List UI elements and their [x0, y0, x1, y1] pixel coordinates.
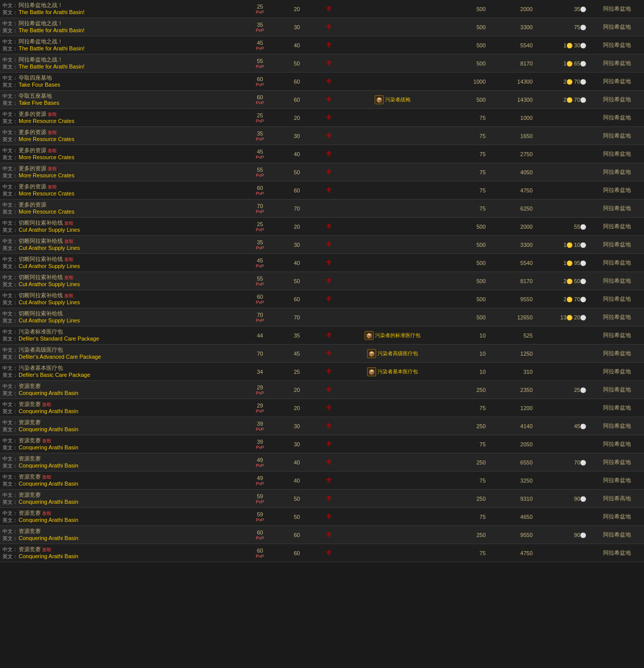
quest-faction: ⚜ [315, 0, 342, 18]
quest-req-level: 50 [278, 163, 315, 181]
quest-name-cell: 中文：阿拉希盆地之战！ 英文：The Battle for Arathi Bas… [0, 0, 242, 18]
quest-reward-item: 📦污染者高级医疗包 [342, 345, 443, 363]
horde-icon: ⚜ [325, 476, 332, 485]
quest-req-level: 60 [278, 544, 315, 562]
quest-reward-item [342, 109, 443, 127]
quest-level: 45PvP [242, 145, 278, 163]
table-row: 中文：阿拉希盆地之战！ 英文：The Battle for Arathi Bas… [0, 18, 644, 36]
table-row: 中文：更多的资源敌殴 英文：More Resource Crates 25PvP… [0, 109, 644, 127]
quest-money: 1🟡 95⚪ [537, 254, 591, 272]
quest-money: 75⚪ [537, 18, 591, 36]
quest-level: 45PvP [242, 36, 278, 54]
horde-icon: ⚜ [325, 222, 332, 231]
quest-rep: 75 [443, 472, 489, 490]
quest-faction: ⚜ [315, 73, 342, 91]
quest-money: 70⚪ [537, 453, 591, 472]
quest-rep: 75 [443, 109, 489, 127]
quest-faction [315, 199, 342, 218]
quest-name-cell: 中文：阿拉希盆地之战！ 英文：The Battle for Arathi Bas… [0, 36, 242, 54]
quest-xp: 2000 [490, 0, 537, 18]
quest-xp: 2750 [490, 145, 537, 163]
quest-level: 35PvP [242, 127, 278, 145]
quest-req-level: 50 [278, 508, 315, 526]
quest-money [537, 181, 591, 199]
quest-location: 阿拉希盆地 [590, 308, 644, 326]
table-row: 中文：污染者标准医疗包 英文：Defiler's Standard Care P… [0, 326, 644, 345]
quest-faction: ⚜ [315, 236, 342, 254]
quest-rep: 75 [443, 544, 489, 562]
quest-xp: 6250 [490, 199, 537, 218]
quest-money: 2🟡 70⚪ [537, 73, 591, 91]
horde-icon: ⚜ [325, 295, 332, 303]
quest-rep: 500 [443, 254, 489, 272]
quest-location: 阿拉希盆地 [590, 290, 644, 308]
quest-name-cell: 中文：资源竞赛 英文：Conquering Arathi Basin [0, 381, 242, 399]
quest-faction: ⚜ [315, 417, 342, 435]
quest-faction: ⚜ [315, 18, 342, 36]
quest-location: 阿拉希盆地 [590, 73, 644, 91]
quest-rep: 250 [443, 453, 489, 472]
quest-faction: ⚜ [315, 54, 342, 73]
quest-reward-item [342, 544, 443, 562]
table-row: 中文：更多的资源敌殴 英文：More Resource Crates 35PvP… [0, 127, 644, 145]
table-row: 中文：更多的资源敌殴 英文：More Resource Crates 55PvP… [0, 163, 644, 181]
quest-money [537, 435, 591, 453]
quest-money [537, 145, 591, 163]
quest-level: 55PvP [242, 272, 278, 290]
horde-icon: ⚜ [325, 385, 332, 394]
quest-location: 阿拉希盆地 [590, 472, 644, 490]
quest-req-level: 50 [278, 54, 315, 73]
quest-reward-item [342, 435, 443, 453]
quest-rep: 250 [443, 526, 489, 544]
quest-level: 25PvP [242, 109, 278, 127]
quest-rep: 500 [443, 290, 489, 308]
quest-reward-item [342, 36, 443, 54]
quest-reward-item [342, 163, 443, 181]
quest-req-level: 45 [278, 345, 315, 363]
horde-icon: ⚜ [325, 494, 332, 503]
table-row: 中文：资源竞赛敌殴 英文：Conquering Arathi Basin 49P… [0, 472, 644, 490]
quest-faction: ⚜ [315, 363, 342, 381]
quest-rep: 10 [443, 363, 489, 381]
table-row: 中文：切断阿拉索补给线敌殴 英文：Cut Arathor Supply Line… [0, 236, 644, 254]
quest-name-cell: 中文：夺取四座基地 英文：Take Four Bases [0, 73, 242, 91]
quest-level: 60PvP [242, 91, 278, 109]
quest-money [537, 326, 591, 345]
quest-location: 阿拉希盆地 [590, 218, 644, 236]
quest-level: 60PvP [242, 544, 278, 562]
quest-name-cell: 中文：切断阿拉索补给线敌殴 英文：Cut Arathor Supply Line… [0, 236, 242, 254]
quest-level: 29PvP [242, 399, 278, 417]
quest-money: 35⚪ [537, 0, 591, 18]
quest-faction: ⚜ [315, 109, 342, 127]
table-row: 中文：切断阿拉索补给线敌殴 英文：Cut Arathor Supply Line… [0, 272, 644, 290]
quest-name-cell: 中文：阿拉希盆地之战！ 英文：The Battle for Arathi Bas… [0, 54, 242, 73]
quest-rep: 10 [443, 326, 489, 345]
quest-name-cell: 中文：切断阿拉索补给线敌殴 英文：Cut Arathor Supply Line… [0, 254, 242, 272]
quest-xp: 4050 [490, 163, 537, 181]
quest-xp: 5540 [490, 254, 537, 272]
quest-rep: 500 [443, 272, 489, 290]
table-row: 中文：切断阿拉索补给线敌殴 英文：Cut Arathor Supply Line… [0, 254, 644, 272]
quest-faction: ⚜ [315, 381, 342, 399]
quest-money [537, 508, 591, 526]
quest-req-level: 40 [278, 453, 315, 472]
quest-reward-item [342, 0, 443, 18]
quest-rep: 250 [443, 417, 489, 435]
quest-rep: 500 [443, 0, 489, 18]
quest-faction: ⚜ [315, 290, 342, 308]
quest-level: 70 [242, 345, 278, 363]
quest-req-level: 25 [278, 363, 315, 381]
quest-faction: ⚜ [315, 472, 342, 490]
horde-icon: ⚜ [325, 5, 332, 13]
table-row: 中文：更多的资源敌殴 英文：More Resource Crates 45PvP… [0, 145, 644, 163]
quest-req-level: 40 [278, 472, 315, 490]
quest-money: 2🟡 70⚪ [537, 91, 591, 109]
quest-name-cell: 中文：切断阿拉索补给线 英文：Cut Arathor Supply Lines [0, 308, 242, 326]
quest-money: 90⚪ [537, 490, 591, 508]
quest-xp: 2050 [490, 435, 537, 453]
quest-req-level: 60 [278, 181, 315, 199]
quest-location: 阿拉希盆地 [590, 109, 644, 127]
quest-name-cell: 中文：切断阿拉索补给线敌殴 英文：Cut Arathor Supply Line… [0, 290, 242, 308]
quest-xp: 1000 [490, 109, 537, 127]
quest-xp: 4650 [490, 508, 537, 526]
